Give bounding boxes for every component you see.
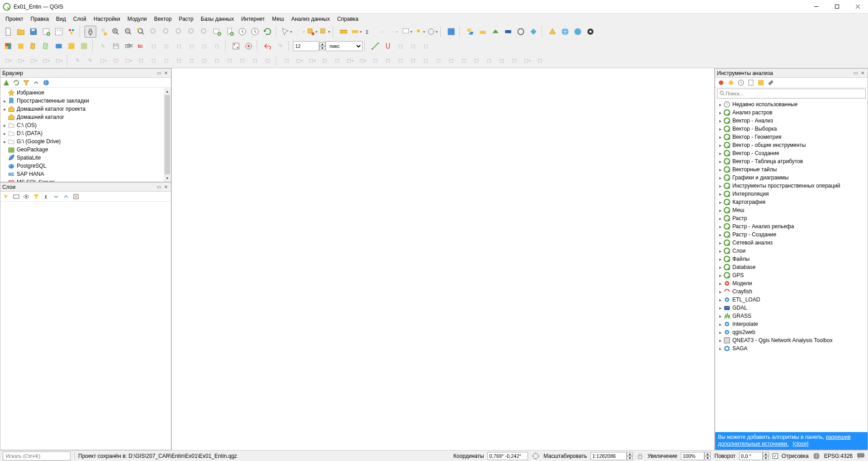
g4[interactable]: ◻ [319,55,330,66]
menu-меш[interactable]: Меш [269,14,288,24]
plugin-4-button[interactable] [515,26,527,38]
processing-item[interactable]: ▸Вектор - Геометрия [715,133,868,141]
new-memory-button[interactable] [66,40,77,52]
new-virtual-button[interactable] [53,40,65,52]
processing-item[interactable]: ▸Файлы [715,255,868,263]
browser-item[interactable]: SAPSAP HANA [0,170,164,178]
browser-scrollbar[interactable]: ▲ ▼ [164,88,171,182]
redo-button[interactable]: ↷ [274,40,286,52]
map-canvas[interactable] [172,68,714,450]
zoom-input[interactable]: ▲▼ [681,452,711,460]
processing-item[interactable]: ▸Модели [715,279,868,287]
e2[interactable]: ✎ [85,55,96,66]
processing-item[interactable]: ▸Вектор - Таблица атрибутов [715,157,868,165]
new-spatialite-button[interactable] [40,40,52,52]
label-button[interactable]: abc [123,40,134,52]
new-mesh-button[interactable] [78,40,90,52]
crs-label[interactable]: EPSG:4326 [824,453,853,459]
processing-item[interactable]: ▸Меш [715,206,868,214]
edit-save-button[interactable]: 💾 [110,40,122,52]
render-checkbox[interactable]: ✓ [773,453,778,459]
layout-manager-button[interactable] [53,26,65,38]
rotation-input[interactable]: ▲▼ [739,452,769,460]
processing-search-input[interactable] [726,91,863,96]
e3[interactable]: ◻ [97,55,109,66]
browser-item[interactable]: MS SQL Server [0,178,164,182]
browser-item[interactable]: ▸Домашний каталог проекта [0,105,164,113]
processing-item[interactable]: ▸Сетевой анализ [715,239,868,247]
l6[interactable]: ◻ [211,40,223,52]
new-geopackage-button[interactable] [15,40,27,52]
layers-tree[interactable] [0,202,171,450]
browser-item[interactable]: SpatiaLite [0,154,164,162]
s2[interactable]: ◻ [407,40,419,52]
g2[interactable]: ◻ [293,55,305,66]
processing-item[interactable]: ▸Интерполяция [715,190,868,198]
processing-item[interactable]: ▸Картография [715,198,868,206]
new-shapefile-button[interactable] [28,40,39,52]
style-manager-button[interactable] [66,26,77,38]
browser-item[interactable]: ▸C:\ (OS) [0,121,164,129]
georef-button[interactable] [230,40,242,52]
l2[interactable]: ◻ [160,40,172,52]
e13[interactable]: ◻ [224,55,236,66]
processing-item[interactable]: ▸Растр - Анализ рельефа [715,222,868,230]
d2[interactable]: ◻ [15,55,27,66]
identify-button[interactable] [281,26,292,38]
layers-add-group-button[interactable] [12,193,20,201]
processing-item[interactable]: ▸Database [715,263,868,271]
d5[interactable]: ◻ [53,55,65,66]
l5[interactable]: ◻ [198,40,210,52]
s3[interactable]: ◻ [420,40,432,52]
crs-icon[interactable] [812,452,821,460]
stats-button[interactable]: Σ [363,26,375,38]
font-size-input[interactable] [293,41,319,51]
browser-item[interactable]: ▸D:\ (DATA) [0,129,164,137]
g3[interactable]: ◻ [306,55,318,66]
e14[interactable]: ◻ [236,55,248,66]
menu-базы данных[interactable]: Базы данных [197,14,237,24]
menu-справка[interactable]: Справка [334,14,362,24]
open-project-button[interactable] [15,26,27,38]
browser-item[interactable]: ▸Пространственные закладки [0,97,164,105]
locator-input[interactable] [6,453,68,459]
processing-options-button[interactable] [767,79,775,87]
coord-input[interactable] [487,452,528,460]
g13[interactable]: ◻ [433,55,444,66]
processing-toolbox-button[interactable] [717,79,725,87]
g17[interactable]: ◻ [483,55,495,66]
zoom-last-button[interactable] [186,26,198,38]
processing-item[interactable]: ▸ETL_LOAD [715,296,868,304]
layers-collapse-button[interactable] [62,193,70,201]
scale-input[interactable]: ▲▼ [590,452,633,460]
processing-item[interactable]: ▸Растр - Создание [715,230,868,239]
plugin-1-button[interactable] [477,26,489,38]
g12[interactable]: ◻ [420,55,432,66]
browser-undock-button[interactable]: ▭ [156,70,162,76]
more-button[interactable] [426,26,438,38]
zoom-layer-button[interactable] [160,26,172,38]
plugin-2-button[interactable] [490,26,501,38]
g10[interactable]: ◻ [395,55,406,66]
processing-item[interactable]: ▸GDAL [715,304,868,312]
processing-item[interactable]: ▸Вектор - Анализ [715,117,868,125]
measure-button[interactable] [338,26,349,38]
g5[interactable]: ◻ [331,55,343,66]
processing-item[interactable]: ▸Вектор - общие инструменты [715,141,868,149]
processing-undock-button[interactable]: ▭ [852,70,859,76]
processing-item[interactable]: ▸Анализ растров [715,108,868,117]
processing-banner-close[interactable]: [close] [793,441,809,447]
decorations-button[interactable] [414,26,425,38]
temporal-controller-button[interactable] [249,26,261,38]
e7[interactable]: ◻ [148,55,160,66]
menu-слой[interactable]: Слой [70,14,90,24]
menu-настройки[interactable]: Настройки [90,14,124,24]
menu-вид[interactable]: Вид [52,14,70,24]
browser-item[interactable]: GeoPackage [0,146,164,154]
e12[interactable]: ◻ [211,55,223,66]
processing-edit-button[interactable] [757,79,765,87]
gps-button[interactable] [243,40,255,52]
processing-item[interactable]: ▸Графики и диаграммы [715,174,868,182]
processing-item[interactable]: ▸GRASS [715,312,868,320]
processing-close-button[interactable]: ✕ [859,70,866,76]
